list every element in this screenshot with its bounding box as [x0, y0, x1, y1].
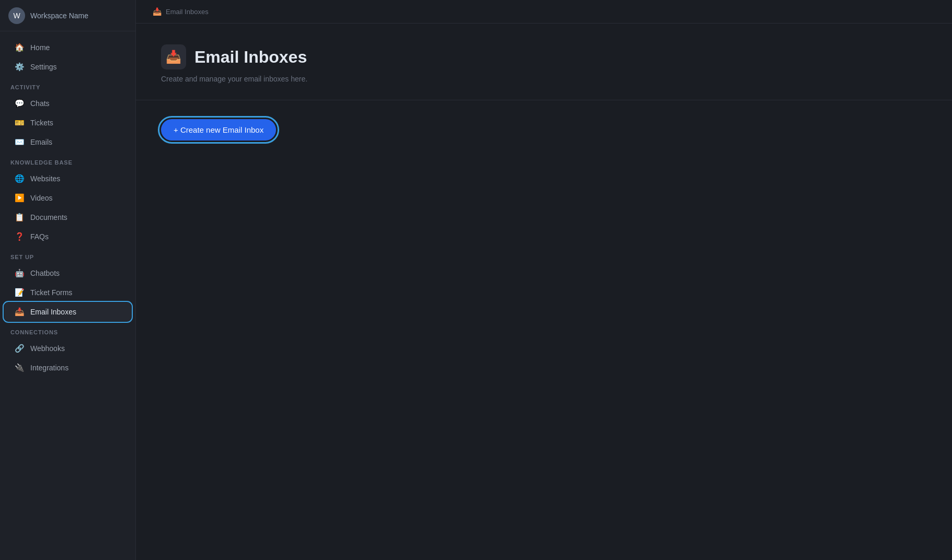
sidebar-item-settings[interactable]: ⚙️ Settings: [4, 57, 131, 76]
faq-icon: ❓: [15, 232, 24, 241]
setup-section-label: SET UP: [0, 247, 135, 263]
sidebar-item-videos[interactable]: ▶️ Videos: [4, 189, 131, 207]
chat-icon: 💬: [15, 99, 24, 108]
sidebar-item-label: Email Inboxes: [30, 308, 76, 316]
main-content: 📥 Email Inboxes 📥 Email Inboxes Create a…: [136, 0, 952, 560]
page-content: 📥 Email Inboxes Create and manage your e…: [136, 24, 952, 161]
sidebar-item-label: Webhooks: [30, 344, 65, 353]
globe-icon: 🌐: [15, 174, 24, 183]
gear-icon: ⚙️: [15, 62, 24, 72]
sidebar-item-websites[interactable]: 🌐 Websites: [4, 169, 131, 188]
sidebar-item-label: Home: [30, 43, 50, 52]
sidebar-item-home[interactable]: 🏠 Home: [4, 38, 131, 57]
sidebar-item-label: Chatbots: [30, 269, 60, 277]
video-icon: ▶️: [15, 193, 24, 203]
document-icon: 📋: [15, 213, 24, 222]
sidebar-item-integrations[interactable]: 🔌 Integrations: [4, 358, 131, 377]
webhook-icon: 🔗: [15, 344, 24, 353]
breadcrumb-icon: 📥: [153, 7, 162, 16]
sidebar-item-email-inboxes[interactable]: 📥 Email Inboxes: [4, 302, 131, 321]
sidebar-item-label: FAQs: [30, 232, 49, 241]
sidebar-item-label: Integrations: [30, 364, 68, 372]
connections-section-label: CONNECTIONS: [0, 322, 135, 339]
breadcrumb: 📥 Email Inboxes: [136, 0, 952, 24]
sidebar-item-documents[interactable]: 📋 Documents: [4, 208, 131, 227]
sidebar-header: W Workspace Name: [0, 0, 135, 31]
knowledge-section-label: KNOWLEDGE BASE: [0, 152, 135, 169]
sidebar-item-faqs[interactable]: ❓ FAQs: [4, 227, 131, 246]
sidebar-item-webhooks[interactable]: 🔗 Webhooks: [4, 339, 131, 358]
ticket-icon: 🎫: [15, 118, 24, 127]
sidebar: W Workspace Name 🏠 Home ⚙️ Settings ACTI…: [0, 0, 136, 560]
sidebar-item-ticket-forms[interactable]: 📝 Ticket Forms: [4, 283, 131, 302]
breadcrumb-text: Email Inboxes: [166, 8, 209, 16]
sidebar-item-label: Chats: [30, 99, 50, 108]
avatar: W: [8, 7, 25, 24]
page-title: Email Inboxes: [194, 48, 307, 67]
activity-section-label: ACTIVITY: [0, 77, 135, 94]
page-header: 📥 Email Inboxes: [161, 44, 927, 69]
sidebar-item-label: Emails: [30, 138, 52, 146]
sidebar-item-tickets[interactable]: 🎫 Tickets: [4, 113, 131, 132]
sidebar-nav: 🏠 Home ⚙️ Settings ACTIVITY 💬 Chats 🎫 Ti…: [0, 31, 135, 560]
sidebar-item-label: Documents: [30, 213, 67, 221]
email-icon: ✉️: [15, 137, 24, 147]
create-email-inbox-button[interactable]: + Create new Email Inbox: [161, 119, 276, 141]
page-subtitle: Create and manage your email inboxes her…: [161, 75, 927, 83]
workspace-name: Workspace Name: [30, 11, 88, 20]
form-icon: 📝: [15, 288, 24, 297]
sidebar-item-label: Tickets: [30, 119, 53, 127]
sidebar-item-label: Videos: [30, 194, 53, 202]
sidebar-item-label: Websites: [30, 174, 60, 183]
sidebar-item-chatbots[interactable]: 🤖 Chatbots: [4, 264, 131, 283]
sidebar-item-label: Settings: [30, 63, 57, 71]
home-icon: 🏠: [15, 43, 24, 52]
chatbot-icon: 🤖: [15, 269, 24, 278]
integration-icon: 🔌: [15, 363, 24, 372]
page-icon: 📥: [161, 44, 186, 69]
sidebar-item-emails[interactable]: ✉️ Emails: [4, 133, 131, 151]
sidebar-item-chats[interactable]: 💬 Chats: [4, 94, 131, 113]
content-divider: [136, 100, 952, 100]
inbox-icon: 📥: [15, 307, 24, 317]
sidebar-item-label: Ticket Forms: [30, 288, 72, 297]
